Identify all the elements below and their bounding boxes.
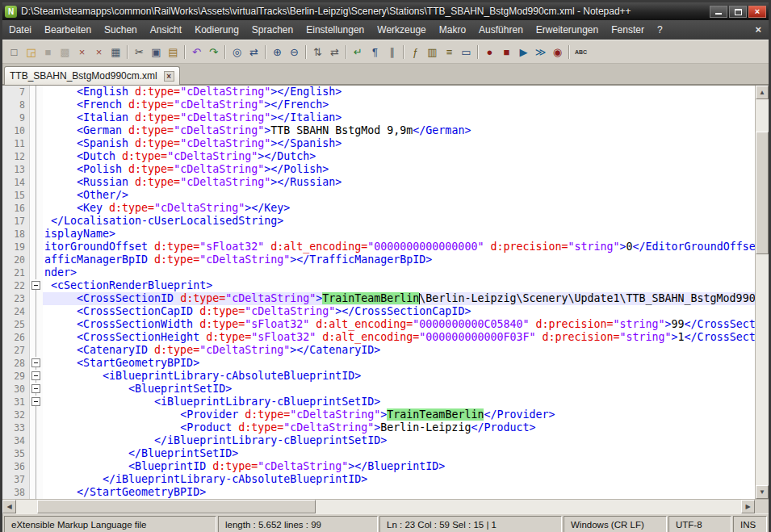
function-list-icon[interactable]: ƒ [407, 44, 424, 61]
line-number[interactable]: 18 [2, 228, 30, 241]
fold-collapse-icon[interactable] [30, 357, 43, 370]
line-number[interactable]: 26 [2, 331, 30, 344]
document-map-icon[interactable]: ▥ [424, 44, 441, 61]
paste-icon[interactable]: ▤ [165, 44, 182, 61]
line-number[interactable]: 19 [2, 241, 30, 253]
show-all-characters-icon[interactable]: ¶ [367, 44, 383, 61]
code-line[interactable]: <CrossSectionID d:type="cDeltaString">Tr… [43, 292, 755, 305]
menu-item-werkzeuge[interactable]: Werkzeuge [371, 20, 432, 40]
scroll-down-icon[interactable]: ▼ [756, 485, 769, 499]
undo-icon[interactable]: ↶ [188, 44, 205, 61]
close-file-icon[interactable]: × [73, 44, 90, 61]
menubar-close-icon[interactable]: × [748, 20, 769, 40]
code-line[interactable]: <cSectionRenderBlueprint> [43, 279, 755, 292]
close-button[interactable]: × [748, 6, 766, 18]
line-number[interactable]: 20 [2, 253, 30, 266]
menu-item-makro[interactable]: Makro [433, 20, 472, 40]
line-number[interactable]: 21 [2, 266, 30, 279]
line-number[interactable]: 24 [2, 305, 30, 318]
code-line[interactable]: <Other/> [43, 189, 755, 202]
code-line[interactable]: <CrossSectionWidth d:type="sFloat32" d:a… [43, 318, 755, 331]
scroll-right-icon[interactable]: ▶ [741, 500, 755, 513]
code-line[interactable]: <Product d:type="cDeltaString">Berlin-Le… [43, 421, 755, 434]
maximize-button[interactable] [729, 6, 747, 18]
line-number[interactable]: 17 [2, 215, 30, 228]
line-number[interactable]: 14 [2, 176, 30, 189]
play-macro-icon[interactable]: ▶ [515, 44, 532, 61]
line-number[interactable]: 29 [2, 370, 30, 383]
code-line[interactable]: <Russian d:type="cDeltaString"></Russian… [43, 176, 755, 189]
code-line[interactable]: isplayName> [43, 228, 755, 241]
menu-item-einstellungen[interactable]: Einstellungen [300, 20, 371, 40]
line-number[interactable]: 37 [2, 473, 30, 486]
new-file-icon[interactable]: □ [6, 44, 23, 61]
horizontal-scroll-track[interactable] [16, 500, 741, 513]
find-icon[interactable]: ◎ [228, 44, 245, 61]
horizontal-scroll-thumb[interactable] [37, 500, 316, 513]
code-line[interactable]: <iBlueprintLibrary-cAbsoluteBlueprintID> [43, 370, 755, 383]
stop-macro-recording-icon[interactable]: ■ [498, 44, 515, 61]
menu-item-suchen[interactable]: Suchen [98, 20, 144, 40]
code-line[interactable]: <French d:type="cDeltaString"></French> [43, 98, 755, 111]
notepadpp-app-icon[interactable]: N [5, 6, 17, 18]
sync-horizontal-scroll-icon[interactable]: ⇄ [326, 44, 343, 61]
sync-vertical-scroll-icon[interactable]: ⇅ [309, 44, 326, 61]
code-line[interactable]: afficManagerBpID d:type="cDeltaString"><… [43, 253, 755, 266]
status-encoding[interactable]: UTF-8 [668, 516, 731, 532]
replace-icon[interactable]: ⇄ [245, 44, 262, 61]
close-all-icon[interactable]: × [90, 44, 107, 61]
line-number[interactable]: 12 [2, 150, 30, 163]
indent-guide-icon[interactable]: ∥ [383, 44, 400, 61]
scroll-up-icon[interactable]: ▲ [756, 86, 769, 99]
line-number[interactable]: 25 [2, 318, 30, 331]
code-line[interactable]: <BlueprintSetID> [43, 383, 755, 396]
code-line[interactable]: <iBlueprintLibrary-cBlueprintSetID> [43, 396, 755, 408]
line-number[interactable]: 33 [2, 421, 30, 434]
code-line[interactable]: </StartGeometryBPID> [43, 486, 755, 499]
code-line[interactable]: <English d:type="cDeltaString"></English… [43, 86, 755, 98]
menu-item-kodierung[interactable]: Kodierung [188, 20, 245, 40]
horizontal-scrollbar[interactable]: ◀ ▶ [2, 499, 769, 513]
start-macro-recording-icon[interactable]: ● [481, 44, 498, 61]
fold-collapse-icon[interactable] [30, 279, 43, 292]
line-number[interactable]: 32 [2, 408, 30, 421]
scroll-left-icon[interactable]: ◀ [2, 500, 16, 513]
line-number[interactable]: 28 [2, 357, 30, 370]
spell-check-icon[interactable]: ABC [572, 44, 589, 61]
code-line[interactable]: </Localisation-cUserLocalisedString> [43, 215, 755, 228]
word-wrap-icon[interactable]: ↵ [350, 44, 367, 61]
line-number[interactable]: 22 [2, 279, 30, 292]
menu-item-bearbeiten[interactable]: Bearbeiten [38, 20, 98, 40]
document-list-icon[interactable]: ≡ [441, 44, 458, 61]
line-number[interactable]: 9 [2, 111, 30, 124]
line-number[interactable]: 35 [2, 447, 30, 460]
zoom-in-icon[interactable]: ⊕ [269, 44, 286, 61]
code-line[interactable]: </iBlueprintLibrary-cAbsoluteBlueprintID… [43, 473, 755, 486]
minimize-button[interactable] [710, 6, 727, 18]
code-line[interactable]: </BlueprintSetID> [43, 447, 755, 460]
code-line[interactable]: <Key d:type="cDeltaString"></Key> [43, 202, 755, 215]
zoom-out-icon[interactable]: ⊖ [286, 44, 303, 61]
vertical-scroll-thumb[interactable] [756, 132, 769, 254]
menu-item-sprachen[interactable]: Sprachen [245, 20, 300, 40]
line-number[interactable]: 38 [2, 486, 30, 499]
copy-icon[interactable]: ▣ [148, 44, 165, 61]
line-number[interactable]: 15 [2, 189, 30, 202]
code-line[interactable]: <CrossSectionCapID d:type="cDeltaString"… [43, 305, 755, 318]
code-line[interactable]: itorGroundOffset d:type="sFloat32" d:alt… [43, 241, 755, 253]
line-number[interactable]: 7 [2, 86, 30, 98]
fold-collapse-icon[interactable] [30, 383, 43, 396]
menu-item-ausfhren[interactable]: Ausführen [472, 20, 530, 40]
menu-item-fenster[interactable]: Fenster [605, 20, 651, 40]
code-line[interactable]: <Polish d:type="cDeltaString"></Polish> [43, 163, 755, 176]
text-editor[interactable]: 7 <English d:type="cDeltaString"></Engli… [2, 86, 755, 499]
line-number[interactable]: 34 [2, 434, 30, 447]
line-number[interactable]: 8 [2, 98, 30, 111]
code-line[interactable]: <Italian d:type="cDeltaString"></Italian… [43, 111, 755, 124]
code-line[interactable]: </iBlueprintLibrary-cBlueprintSetID> [43, 434, 755, 447]
code-line[interactable]: <CrossSectionHeight d:type="sFloat32" d:… [43, 331, 755, 344]
line-number[interactable]: 11 [2, 137, 30, 150]
monitor-tail-icon[interactable]: ▭ [458, 44, 475, 61]
run-macro-multiple-icon[interactable]: ≫ [532, 44, 549, 61]
save-file-icon[interactable]: ■ [40, 44, 57, 61]
